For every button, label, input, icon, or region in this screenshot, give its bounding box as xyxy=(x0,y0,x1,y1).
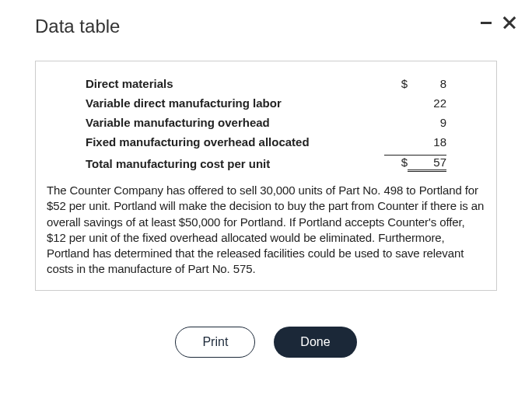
row-label: Direct materials xyxy=(86,77,384,90)
cost-table: Direct materials $ 8 Variable direct man… xyxy=(47,74,485,175)
done-button[interactable]: Done xyxy=(274,327,356,358)
dialog-header: Data table xyxy=(35,16,497,37)
row-label: Variable direct manufacturing labor xyxy=(86,96,384,110)
button-row: Print Done xyxy=(35,327,497,358)
dialog-title: Data table xyxy=(35,16,120,37)
row-label: Variable manufacturing overhead xyxy=(86,116,384,129)
row-label: Fixed manufacturing overhead allocated xyxy=(86,135,384,149)
total-currency: $ xyxy=(384,156,408,172)
row-value: 18 xyxy=(408,135,446,149)
row-value: 22 xyxy=(408,96,446,110)
description-text: The Counter Company has offered to sell … xyxy=(47,183,485,278)
row-value: 8 xyxy=(408,77,446,90)
row-currency: $ xyxy=(384,77,408,90)
close-icon[interactable] xyxy=(502,16,516,30)
total-label: Total manufacturing cost per unit xyxy=(86,157,384,170)
table-row: Variable direct manufacturing labor 22 xyxy=(86,93,446,113)
minimize-icon[interactable] xyxy=(481,22,492,24)
table-row: Variable manufacturing overhead 9 xyxy=(86,113,446,132)
window-controls xyxy=(481,16,516,30)
table-row: Fixed manufacturing overhead allocated 1… xyxy=(86,132,446,152)
table-total-row: Total manufacturing cost per unit $ 57 xyxy=(86,152,446,175)
table-row: Direct materials $ 8 xyxy=(86,74,446,93)
total-value: 57 xyxy=(408,156,446,172)
print-button[interactable]: Print xyxy=(175,327,255,358)
row-value: 9 xyxy=(408,116,446,129)
content-box: Direct materials $ 8 Variable direct man… xyxy=(35,61,497,291)
